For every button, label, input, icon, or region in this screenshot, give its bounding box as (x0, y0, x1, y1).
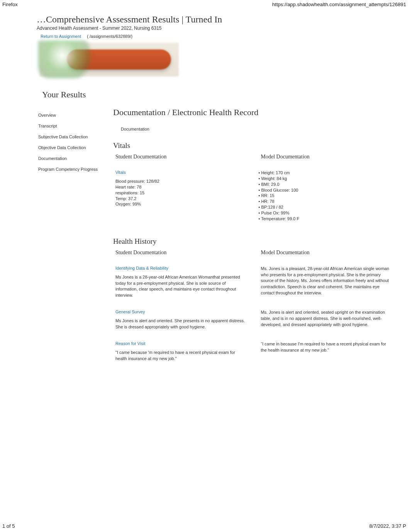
vitals-line: Temp: 37.2 (115, 196, 247, 202)
section-title: Documentation / Electronic Health Record (113, 107, 395, 117)
health-history-heading: Health History (113, 237, 395, 246)
hh-label-identifying: Identifying Data & Reliability (115, 266, 249, 270)
documentation-chip[interactable]: Documentation (117, 124, 153, 134)
hh-model-text: Ms. Jones is a pleasant, 28-year-old Afr… (261, 266, 393, 297)
hh-student-col: Reason for Visit "I came because 'm requ… (113, 341, 249, 362)
sidebar-item-subjective[interactable]: Subjective Data Collection (37, 131, 110, 142)
vitals-model-col: Height: 170 cm Weight: 84 kg BMI: 29.0 B… (259, 170, 395, 222)
page-indicator: 1 of 5 (2, 523, 15, 529)
results-heading: Your Results (42, 90, 395, 100)
page-url: https://app.shadowhealth.com/assignment_… (272, 2, 406, 7)
hh-student-col: Identifying Data & Reliability Ms Jones … (113, 266, 249, 299)
hh-student-text: "I came because 'm required to have a re… (115, 350, 247, 362)
sidebar: Overview Transcript Subjective Data Coll… (37, 107, 110, 175)
sidebar-item-documentation[interactable]: Documentation (37, 153, 110, 164)
vitals-line: Heart rate: 78 (115, 184, 247, 190)
model-bullet: Temperature: 99.0 F (259, 216, 395, 222)
main-row: Overview Transcript Subjective Data Coll… (37, 107, 395, 373)
model-bullet: HR: 78 (259, 199, 395, 204)
model-doc-header: Model Documentation (261, 154, 395, 160)
model-bullet: Weight: 84 kg (259, 176, 395, 182)
vitals-heading: Vitals (113, 141, 395, 150)
window-chrome: Firefox https://app.shadowhealth.com/ass… (0, 0, 410, 7)
print-footer: 1 of 5 8/7/2022, 3:37 P (0, 523, 410, 529)
print-timestamp: 8/7/2022, 3:37 P (369, 523, 406, 529)
vitals-student-label: Vitals (115, 170, 249, 175)
hh-model-text: Ms. Jones is alert and oriented, seated … (261, 309, 393, 328)
page-body: …Comprehensive Assessment Results | Turn… (0, 7, 410, 373)
hh-model-col: Ms. Jones is a pleasant, 28-year-old Afr… (259, 266, 395, 299)
vitals-row: Vitals Blood pressure: 128/82 Heart rate… (113, 170, 395, 222)
sidebar-item-transcript[interactable]: Transcript (37, 121, 110, 131)
model-bullet: Blood Glucose: 100 (259, 187, 395, 193)
hh-model-text: “I came in because I'm required to have … (261, 341, 393, 354)
return-path: ( /assignments/632889/) (87, 34, 132, 39)
hh-student-text: Ms Jones is alert and oriented. She pres… (115, 318, 247, 330)
page-subtitle: Advanced Health Assessment - Summer 2022… (37, 25, 395, 31)
model-bullet: RR: 15 (259, 193, 395, 199)
content-area: Documentation / Electronic Health Record… (110, 107, 395, 373)
model-doc-header: Model Documentation (261, 250, 395, 256)
hh-model-col: Ms. Jones is alert and oriented, seated … (259, 309, 395, 330)
sidebar-item-objective[interactable]: Objective Data Collection (37, 142, 110, 153)
hh-student-text: Ms Jones is a 28-year-old African Americ… (115, 274, 247, 299)
vitals-headers-row: Student Documentation Model Documentatio… (113, 154, 395, 167)
return-row: Return to Assignment ( /assignments/6328… (41, 34, 395, 39)
page-title: …Comprehensive Assessment Results | Turn… (37, 14, 395, 25)
hh-label-reason-for-visit: Reason for Visit (115, 341, 249, 346)
hh-student-col: General Survey Ms Jones is alert and ori… (113, 309, 249, 330)
sidebar-item-program-competency[interactable]: Program Competency Progress (37, 164, 110, 175)
model-bullet: Pulse Ox: 99% (259, 210, 395, 216)
vitals-line: respirations: 15 (115, 190, 247, 196)
student-doc-header: Student Documentation (115, 250, 249, 256)
return-to-assignment-link[interactable]: Return to Assignment (41, 34, 81, 39)
hh-row-identifying: Identifying Data & Reliability Ms Jones … (113, 266, 395, 299)
vitals-model-list: Height: 170 cm Weight: 84 kg BMI: 29.0 B… (259, 170, 395, 222)
model-bullet: BMI: 29.0 (259, 182, 395, 187)
vitals-student-lines: Blood pressure: 128/82 Heart rate: 78 re… (115, 178, 247, 207)
model-bullet: BP:128 / 82 (259, 204, 395, 210)
vitals-line: Oxygen: 99% (115, 201, 247, 207)
vitals-student-col: Vitals Blood pressure: 128/82 Heart rate… (113, 170, 249, 222)
hh-row-reason-for-visit: Reason for Visit "I came because 'm requ… (113, 341, 395, 362)
browser-name: Firefox (2, 2, 18, 7)
hh-row-general-survey: General Survey Ms Jones is alert and ori… (113, 309, 395, 330)
vitals-line: Blood pressure: 128/82 (115, 178, 247, 184)
hh-headers-row: Student Documentation Model Documentatio… (113, 250, 395, 263)
sidebar-item-overview[interactable]: Overview (37, 110, 110, 121)
header-banner-image (40, 42, 179, 76)
hh-model-col: “I came in because I'm required to have … (259, 341, 395, 362)
hh-label-general-survey: General Survey (115, 309, 249, 314)
student-doc-header: Student Documentation (115, 154, 249, 160)
model-bullet: Height: 170 cm (259, 170, 395, 176)
